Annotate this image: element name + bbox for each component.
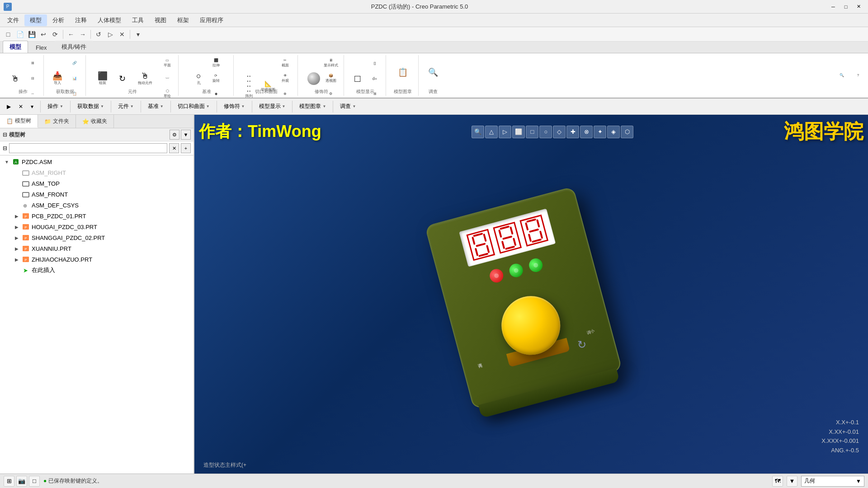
qb-new[interactable]: □: [3, 29, 14, 40]
vp-icon-4[interactable]: ⬜: [512, 126, 525, 138]
status-icon-3d[interactable]: □: [29, 476, 40, 487]
qb-undo-arrow[interactable]: ↩: [38, 29, 49, 40]
toolbar2-elem-label[interactable]: 元件▼: [115, 101, 137, 113]
menu-frame[interactable]: 框架: [172, 14, 194, 26]
vp-icon-12[interactable]: ⬡: [621, 126, 633, 138]
tree-expand-zhijiao[interactable]: ▶: [14, 256, 20, 263]
tree-item-pcb[interactable]: ▶ P PCB_PZDC_01.PRT: [0, 211, 193, 221]
tree-expand-pcb[interactable]: ▶: [14, 213, 20, 219]
ribbon-search[interactable]: 🔍: [835, 68, 849, 83]
ribbon-icon-md2[interactable]: d=: [368, 71, 382, 86]
tab-model[interactable]: 模型: [3, 41, 28, 53]
tree-expand-xuanniu[interactable]: ▶: [14, 245, 20, 252]
toolbar2-survey-label[interactable]: 调查▼: [337, 101, 359, 113]
qb-back[interactable]: ←: [66, 29, 76, 40]
vp-icon-2[interactable]: △: [485, 126, 498, 138]
minimize-button[interactable]: ─: [827, 2, 839, 11]
vp-icon-1[interactable]: 🔍: [472, 126, 484, 138]
qb-save[interactable]: 💾: [26, 29, 37, 40]
toolbar2-select[interactable]: ▶: [4, 101, 14, 113]
ribbon-icon-perspective[interactable]: 📦透视图: [324, 71, 338, 86]
ribbon-icon-extrude[interactable]: ⬛拉伸: [209, 56, 223, 70]
ribbon-icon-sketch[interactable]: ⬡草绘: [160, 87, 175, 99]
search-add-btn[interactable]: +: [181, 143, 191, 153]
ribbon-icon-hole[interactable]: ○ 孔: [190, 65, 208, 92]
vp-icon-6[interactable]: ○: [539, 126, 552, 138]
tree-settings-btn[interactable]: ⚙: [170, 130, 179, 140]
ribbon-icon-stamp[interactable]: 📋: [394, 59, 412, 86]
qb-custom[interactable]: ▾: [132, 29, 143, 40]
tree-expand-shanggai[interactable]: ▶: [14, 235, 20, 241]
status-map-btn[interactable]: 🗺: [772, 476, 783, 487]
status-icon-camera[interactable]: 📷: [16, 476, 27, 487]
ribbon-icon-undo-assy[interactable]: ↻: [114, 65, 130, 92]
menu-analysis[interactable]: 分析: [47, 14, 70, 26]
ribbon-icon-revolve[interactable]: ⟳旋转: [209, 71, 223, 86]
toolbar2-datum-label[interactable]: 基准▼: [145, 101, 167, 113]
toolbar2-cut-label[interactable]: 切口和曲面▼: [175, 101, 213, 113]
vp-icon-11[interactable]: ◈: [607, 126, 620, 138]
ribbon-icon-md1[interactable]: []: [368, 56, 382, 70]
ribbon-icon-drag[interactable]: 🖱 拖动元件: [131, 65, 159, 92]
vp-icon-3[interactable]: ▷: [499, 126, 511, 138]
tree-expand-hougai[interactable]: ▶: [14, 224, 20, 230]
status-arrow-btn[interactable]: ▼: [787, 476, 797, 487]
status-icon-grid[interactable]: ⊞: [4, 476, 14, 487]
ribbon-icon-survey[interactable]: 🔍: [424, 59, 442, 86]
menu-annotation[interactable]: 注释: [70, 14, 92, 26]
search-input[interactable]: [9, 143, 167, 153]
ribbon-icon-op1[interactable]: ⊞: [25, 56, 40, 70]
toolbar2-modeldisp-label[interactable]: 模型显示▼: [256, 101, 289, 113]
tree-item-asm-front[interactable]: ASM_FRONT: [0, 189, 193, 200]
menu-file[interactable]: 文件: [2, 14, 24, 26]
tree-item-xuanniu[interactable]: ▶ P XUANNIU.PRT: [0, 243, 193, 254]
qb-redo-arrow[interactable]: ⟳: [50, 29, 61, 40]
tree-filter-icon[interactable]: ⊟: [3, 131, 7, 138]
ribbon-icon-appearance[interactable]: 👁外观: [278, 71, 292, 86]
tree-item-asm-right[interactable]: ASM_RIGHT: [0, 167, 193, 178]
vp-icon-7[interactable]: ◇: [553, 126, 566, 138]
tree-item-insert[interactable]: ➤ 在此插入: [0, 265, 193, 276]
toolbar2-close[interactable]: ✕: [15, 101, 26, 113]
menu-apps[interactable]: 应用程序: [194, 14, 229, 26]
tree-expand-root[interactable]: ▼: [4, 159, 10, 165]
ribbon-icon-select[interactable]: 🖱: [6, 65, 24, 92]
ribbon-icon-import[interactable]: 📥 导入: [48, 65, 66, 92]
vp-icon-9[interactable]: ⊗: [580, 126, 593, 138]
toolbar2-drop[interactable]: ▾: [28, 101, 37, 113]
tree-item-asm-top[interactable]: ASM_TOP: [0, 178, 193, 189]
maximize-button[interactable]: □: [840, 2, 852, 11]
tree-item-zhijiao[interactable]: ▶ P ZHIJIAOCHAZUO.PRT: [0, 254, 193, 265]
toolbar2-op-label[interactable]: 操作▼: [44, 101, 66, 113]
vp-icon-8[interactable]: ✚: [566, 126, 579, 138]
tree-item-root[interactable]: ▼ A PZDC.ASM: [0, 156, 193, 167]
viewport[interactable]: 作者：TimWong 🔍 △ ▷ ⬜ □ ○ ◇ ✚ ⊗ ✦ ◈ ⬡ 鸿图学院: [194, 115, 868, 474]
tree-item-shanggai[interactable]: ▶ P SHANGGAI_PZDC_02.PRT: [0, 232, 193, 243]
ribbon-icon-c3[interactable]: ⊕: [278, 87, 292, 99]
vp-icon-5[interactable]: □: [526, 126, 538, 138]
tab-flex[interactable]: Flex: [29, 42, 54, 53]
toolbar2-getdata-label[interactable]: 获取数据▼: [74, 101, 107, 113]
panel-tab-folder[interactable]: 📁 文件夹: [38, 115, 76, 128]
qb-open[interactable]: 📄: [14, 29, 25, 40]
qb-stop[interactable]: ✕: [117, 29, 127, 40]
ribbon-icon-dispstyle[interactable]: 🖥显示样式: [324, 56, 338, 70]
vp-icon-10[interactable]: ✦: [594, 126, 606, 138]
ribbon-icon-plane[interactable]: ▭平面: [160, 56, 175, 70]
menu-tools[interactable]: 工具: [127, 14, 149, 26]
qb-forward[interactable]: →: [77, 29, 88, 40]
status-mode-selector[interactable]: 几何 ▼: [801, 476, 864, 487]
toolbar2-mstamp-label[interactable]: 模型图章▼: [296, 101, 329, 113]
menu-human[interactable]: 人体模型: [92, 14, 127, 26]
tree-expand-btn[interactable]: ▼: [181, 130, 191, 140]
panel-tab-modeltree[interactable]: 📋 模型树: [0, 115, 38, 128]
qb-play[interactable]: ▷: [105, 29, 116, 40]
ribbon-icon-ball[interactable]: [305, 65, 323, 92]
ribbon-icon-curve[interactable]: 〰: [160, 71, 175, 86]
tree-item-hougai[interactable]: ▶ P HOUGAI_PZDC_03.PRT: [0, 221, 193, 232]
ribbon-icon-assemble[interactable]: ⬛ 组装: [92, 65, 113, 92]
menu-view[interactable]: 视图: [149, 14, 172, 26]
qb-regen[interactable]: ↺: [93, 29, 104, 40]
toolbar2-mod-label[interactable]: 修饰符▼: [221, 101, 248, 113]
menu-model[interactable]: 模型: [24, 14, 47, 26]
